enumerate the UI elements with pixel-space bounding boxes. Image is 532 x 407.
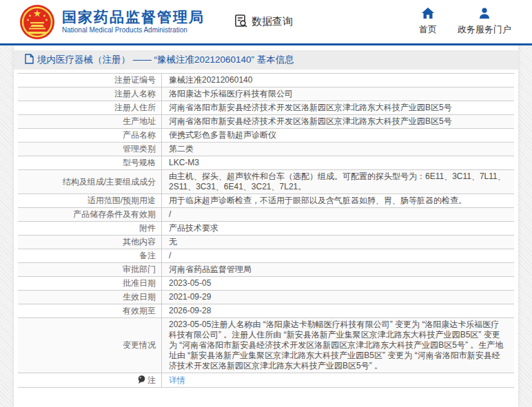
- row-label-cell: 变更情况: [18, 318, 162, 373]
- row-label-cell: 产品储存条件及有效期: [18, 208, 162, 221]
- row-value: 无: [169, 237, 177, 247]
- row-label-cell: 适用范围/预期用途: [18, 194, 162, 207]
- row-label: 产品名称: [123, 130, 156, 140]
- row-label-cell: 生产地址: [18, 115, 162, 128]
- document-search-icon: [234, 13, 249, 31]
- row-value: 河南省药品监督管理局: [169, 264, 252, 275]
- row-value-cell: 河南省洛阳市新安县经济技术开发区洛新园区京津北路东大科技产业园B区5号: [162, 115, 514, 128]
- row-value: 产品技术要求: [169, 223, 218, 233]
- row-label-cell: 型号规格: [18, 156, 162, 169]
- row-value-cell: /: [162, 249, 514, 262]
- row-label-cell: 审批部门: [18, 263, 162, 276]
- row-value: 河南省洛阳市新安县经济技术开发区洛新园区京津北路东大科技产业园B区5号: [169, 116, 452, 127]
- row-label: 其他内容: [123, 237, 156, 247]
- row-label: 备注: [139, 251, 156, 261]
- row-label: 变更情况: [123, 340, 156, 351]
- agency-brand: 国家药品监督管理局 National Medical Products Admi…: [62, 9, 205, 34]
- row-label-cell: 批准日期: [18, 277, 162, 290]
- table-row: 注详情: [18, 373, 514, 388]
- site-header: 国家药品监督管理局 National Medical Products Admi…: [0, 0, 532, 45]
- row-value: 豫械注准20212060140: [169, 75, 252, 85]
- row-value-cell: 河南省洛阳市新安县经济技术开发区洛新园区京津北路东大科技产业园B区5号: [162, 101, 514, 114]
- row-label: 型号规格: [123, 158, 156, 168]
- table-row: 审批部门河南省药品监督管理局: [18, 263, 514, 277]
- table-row: 其他内容无: [18, 236, 514, 249]
- row-value: 2021-09-29: [169, 292, 211, 302]
- row-value: 第二类: [169, 144, 194, 154]
- row-value-cell: 2023-05-05注册人名称由 “洛阳康达卡勒幅医疗科技有限公司” 变更为 “…: [162, 318, 514, 373]
- row-value: LKC-M3: [169, 158, 199, 168]
- row-value-cell: 便携式彩色多普勒超声诊断仪: [162, 129, 514, 142]
- table-row: 生效日期2021-09-29: [18, 291, 514, 304]
- row-value: 洛阳康达卡乐福医疗科技有限公司: [169, 89, 293, 99]
- data-query-label: 数据查询: [252, 15, 293, 28]
- row-label: 批准日期: [123, 278, 156, 289]
- note-balloon-icon: [138, 375, 145, 386]
- row-label-cell: 附件: [18, 222, 162, 235]
- table-row: 附件产品技术要求: [18, 222, 514, 236]
- info-table: 注册证编号豫械注准20212060140注册人名称洛阳康达卡乐福医疗科技有限公司…: [18, 73, 514, 388]
- table-row: 注册人住所河南省洛阳市新安县经济技术开发区洛新园区京津北路东大科技产业园B区5号: [18, 101, 514, 115]
- table-row: 有效期至2026-09-28: [18, 304, 514, 318]
- agency-name-cn: 国家药品监督管理局: [62, 9, 205, 25]
- row-label-cell: 注册人住所: [18, 101, 162, 114]
- page-icon: [25, 54, 34, 67]
- row-label: 适用范围/预期用途: [88, 196, 156, 206]
- row-value: 由主机、探头、超声软件和台车（选配）组成。可配置的探头型号为：6E11、3C11…: [169, 171, 507, 192]
- page-title: 境内医疗器械（注册） —— “豫械注准20212060140” 基本信息: [37, 54, 294, 66]
- row-label: 注: [147, 375, 156, 386]
- page-background: 境内医疗器械（注册） —— “豫械注准20212060140” 基本信息 注册证…: [0, 45, 532, 407]
- row-value-cell: 河南省药品监督管理局: [162, 263, 514, 276]
- row-value: 河南省洛阳市新安县经济技术开发区洛新园区京津北路东大科技产业园B区5号: [169, 103, 452, 113]
- table-row: 注册人名称洛阳康达卡乐福医疗科技有限公司: [18, 87, 514, 101]
- table-row: 适用范围/预期用途用于临床超声诊断检查，不适用于眼部以及含气脏器如肺、胃、肠等脏…: [18, 194, 514, 208]
- row-value: 2023-05-05: [169, 278, 211, 289]
- row-value-cell: 详情: [162, 373, 514, 387]
- row-value-cell: 豫械注准20212060140: [162, 74, 514, 87]
- table-row: 备注/: [18, 249, 514, 263]
- row-label: 生效日期: [123, 292, 156, 302]
- row-label-cell: 注册人名称: [18, 87, 162, 101]
- row-value-cell: 2023-05-05: [162, 277, 514, 290]
- row-value-cell: 2021-09-29: [162, 291, 514, 304]
- row-value-cell: 2026-09-28: [162, 304, 514, 317]
- row-label: 结构及组成/主要组成成分: [63, 177, 156, 187]
- row-label-cell: 其他内容: [18, 236, 162, 249]
- nav-gov-portal[interactable]: 政务服务门户: [458, 8, 511, 36]
- nav-gov-portal-label: 政务服务门户: [458, 23, 511, 36]
- table-row: 结构及组成/主要组成成分由主机、探头、超声软件和台车（选配）组成。可配置的探头型…: [18, 170, 514, 194]
- row-label-cell: 有效期至: [18, 304, 162, 317]
- table-row: 变更情况2023-05-05注册人名称由 “洛阳康达卡勒幅医疗科技有限公司” 变…: [18, 318, 514, 373]
- row-label: 注册人名称: [114, 89, 156, 99]
- agency-name-en: National Medical Products Administration: [62, 25, 205, 34]
- row-value: /: [169, 251, 171, 261]
- row-value-cell: LKC-M3: [162, 156, 514, 169]
- nav-home-label: 首页: [419, 23, 437, 36]
- table-row: 生产地址河南省洛阳市新安县经济技术开发区洛新园区京津北路东大科技产业园B区5号: [18, 115, 514, 129]
- table-row: 型号规格LKC-M3: [18, 156, 514, 170]
- content-panel: 境内医疗器械（注册） —— “豫械注准20212060140” 基本信息 注册证…: [14, 45, 518, 407]
- nav-home[interactable]: 首页: [419, 8, 437, 36]
- row-value-cell: 洛阳康达卡乐福医疗科技有限公司: [162, 87, 514, 101]
- table-row: 批准日期2023-05-05: [18, 277, 514, 291]
- row-value-cell: 由主机、探头、超声软件和台车（选配）组成。可配置的探头型号为：6E11、3C11…: [162, 170, 514, 194]
- row-label: 注册证编号: [114, 75, 156, 85]
- row-label: 注册人住所: [114, 103, 156, 113]
- row-label: 生产地址: [123, 116, 156, 127]
- row-label-cell: 结构及组成/主要组成成分: [18, 170, 162, 194]
- row-value: 2026-09-28: [169, 306, 211, 316]
- row-value-cell: 第二类: [162, 143, 514, 156]
- data-query-nav[interactable]: 数据查询: [234, 13, 293, 31]
- row-label-cell: 生效日期: [18, 291, 162, 304]
- row-value: 用于临床超声诊断检查，不适用于眼部以及含气脏器如肺、胃、肠等脏器的检查。: [169, 196, 467, 206]
- row-label-cell: 管理类别: [18, 143, 162, 156]
- row-label-cell: 备注: [18, 249, 162, 262]
- user-icon: [479, 8, 490, 21]
- row-label: 产品储存条件及有效期: [73, 209, 156, 220]
- row-value-cell: 产品技术要求: [162, 222, 514, 235]
- detail-link[interactable]: 详情: [169, 375, 185, 386]
- row-value: 便携式彩色多普勒超声诊断仪: [169, 130, 276, 140]
- row-label-cell: 注: [18, 373, 162, 387]
- row-label: 管理类别: [123, 144, 156, 154]
- table-row: 产品储存条件及有效期/: [18, 208, 514, 222]
